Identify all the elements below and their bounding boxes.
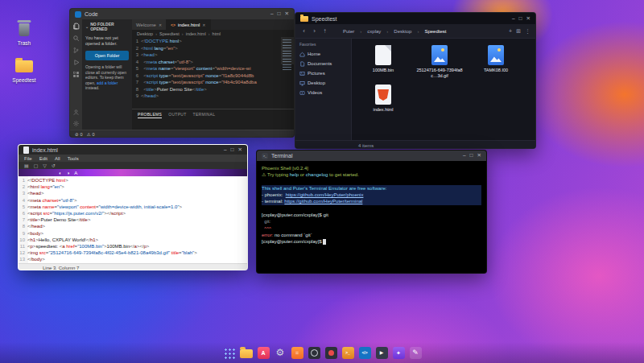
draw-app-icon[interactable]: ✦ [393, 347, 405, 359]
menu-all[interactable]: All [55, 156, 60, 161]
breadcrumb-item[interactable]: Speedtest [424, 29, 446, 34]
code-text: <img src="25124716-649-7394fa8c-4f02-45e… [27, 250, 197, 256]
minimize-button[interactable]: – [270, 11, 274, 17]
favorites-list: HomeDocumentsPicturesDesktopVideos [299, 49, 347, 97]
open-folder-button[interactable]: Open Folder [85, 51, 129, 60]
minimap[interactable] [281, 37, 294, 109]
line-number: 13 [19, 256, 27, 262]
camera-icon[interactable] [308, 347, 320, 359]
files-app-icon[interactable] [240, 349, 253, 358]
close-tab-icon[interactable]: ✕ [202, 23, 205, 27]
explorer-icon[interactable] [72, 23, 80, 30]
search-icon[interactable] [72, 35, 80, 42]
editor-titlebar[interactable]: index.html –□✕ [19, 145, 247, 155]
minimize-button[interactable]: – [463, 153, 466, 159]
panel-tabbar: PROBLEMSOUTPUTTERMINAL [132, 109, 294, 118]
close-button[interactable]: ✕ [526, 16, 530, 22]
close-button[interactable]: ✕ [285, 11, 289, 17]
save-icon[interactable]: ▽ [43, 163, 47, 168]
new-file-icon[interactable]: ▤ [24, 163, 29, 168]
explorer-section-header[interactable]: ⌄ NO FOLDER OPENED [85, 22, 129, 31]
vscode-titlebar[interactable]: Code –□✕ [70, 9, 294, 19]
line-number: 6 [19, 210, 27, 217]
code-text: <script type="text/javascript" nonce="f1… [141, 72, 254, 80]
maximize-button[interactable]: □ [519, 16, 522, 22]
close-tab-icon[interactable]: ✕ [159, 23, 162, 27]
maximize-button[interactable]: □ [470, 153, 473, 159]
calculator-icon[interactable]: = [291, 347, 303, 359]
terminal-output[interactable]: Phoenix Shell [v0.2.4]⚠ Try typing help … [257, 161, 486, 250]
file-item[interactable]: TAMK08.I00 [473, 45, 519, 78]
minimize-button[interactable]: – [512, 16, 515, 22]
back-icon[interactable]: ‹ [300, 28, 308, 35]
forward-icon[interactable]: › [311, 28, 318, 35]
app-center-icon[interactable]: A [258, 347, 270, 359]
recorder-icon[interactable] [325, 347, 337, 359]
close-button[interactable]: ✕ [238, 147, 242, 153]
new-folder-icon[interactable]: + [509, 28, 512, 34]
sidebar-item-videos[interactable]: Videos [299, 88, 347, 97]
breadcrumb-item[interactable]: index.html [186, 31, 206, 36]
terminal-titlebar[interactable]: Terminal –□✕ [257, 151, 486, 161]
line-number: 8 [132, 86, 141, 93]
breadcrumb-item[interactable]: Desktop [137, 31, 153, 36]
terminal-app-icon[interactable]: >_ [342, 347, 354, 359]
account-icon[interactable] [72, 109, 80, 116]
editor-code-area[interactable]: 1<!DOCTYPE html>2<html lang="en">3<head>… [19, 176, 247, 263]
undo-icon[interactable]: ↺ [52, 163, 56, 168]
source-control-icon[interactable] [72, 47, 80, 54]
breadcrumb-item[interactable]: cxplay [367, 29, 381, 34]
settings-icon[interactable]: ⚙ [275, 347, 287, 359]
problems-status[interactable]: ⊘0 [75, 132, 83, 137]
code-line: 7<title>Puter Demo Site</title> [19, 217, 247, 223]
desktop-icon-speedtest[interactable]: Speedtest [2, 56, 46, 83]
open-file-icon[interactable]: ▢ [34, 163, 39, 168]
vscode-code-editor[interactable]: 1<!DOCTYPE html>2<html lang="en">3<head>… [132, 37, 281, 109]
sidebar-item-documents[interactable]: Documents [299, 59, 347, 68]
editor-tab-welcome[interactable]: Welcome✕ [132, 19, 167, 30]
warnings-status[interactable]: ⚠0 [87, 132, 95, 137]
pen-icon[interactable]: ✎ [410, 347, 422, 359]
editor-tab-index.html[interactable]: <>index.html✕ [167, 19, 210, 30]
manage-gear-icon[interactable] [72, 120, 80, 127]
more-icon[interactable]: ⋮ [525, 28, 530, 34]
color-icon[interactable]: ◑ [67, 171, 70, 175]
sidebar-item-home[interactable]: Home [299, 49, 347, 59]
panel-tab-problems[interactable]: PROBLEMS [138, 112, 162, 118]
file-item[interactable]: index.html [360, 85, 407, 113]
panel-tab-terminal[interactable]: TERMINAL [193, 112, 216, 118]
menu-tools[interactable]: Tools [68, 156, 79, 161]
minimize-button[interactable]: – [224, 147, 227, 153]
file-item[interactable]: 100MB.bin [360, 45, 407, 78]
code-line: 10<h1>Hello, CXPLAY World!</h1> [19, 237, 247, 243]
extensions-icon[interactable] [72, 71, 80, 78]
breadcrumb-item[interactable]: Speedtest [159, 31, 180, 36]
layout-icon[interactable]: ⊞ [516, 28, 521, 34]
file-grid[interactable]: 100MB.bin25124716-649-7394fa8c…3d.gifTAM… [352, 39, 535, 140]
maximize-button[interactable]: □ [278, 11, 281, 17]
run-debug-icon[interactable] [72, 59, 80, 66]
up-icon[interactable]: ↑ [321, 28, 328, 35]
menu-file[interactable]: File [24, 156, 32, 161]
sidebar-item-desktop[interactable]: Desktop [299, 78, 347, 88]
font-size-icon[interactable]: A [74, 171, 77, 175]
files-titlebar[interactable]: Speedtest –□✕ [295, 13, 535, 24]
code-app-icon[interactable]: </> [359, 347, 371, 359]
breadcrumb-item[interactable]: Desktop [394, 29, 411, 34]
maximize-button[interactable]: □ [231, 147, 234, 153]
tab-label: Welcome [136, 23, 156, 27]
panel-tab-output[interactable]: OUTPUT [168, 112, 186, 118]
contrast-icon[interactable]: ◐ [59, 171, 62, 175]
sidebar-item-pictures[interactable]: Pictures [299, 68, 347, 78]
line-number: 11 [19, 243, 27, 250]
add-folder-link[interactable]: add a folder [97, 80, 118, 85]
launcher-grid-icon[interactable] [223, 347, 235, 359]
menu-edit[interactable]: Edit [39, 156, 47, 161]
code-text: </head> [27, 223, 45, 229]
close-button[interactable]: ✕ [477, 153, 481, 159]
player-app-icon[interactable]: ▶ [376, 347, 388, 359]
desktop-icon-trash[interactable]: Trash [2, 19, 46, 46]
breadcrumb-item[interactable]: html [213, 31, 221, 36]
file-item[interactable]: 25124716-649-7394fa8c…3d.gif [416, 45, 463, 78]
breadcrumb-item[interactable]: Puter [343, 29, 354, 34]
